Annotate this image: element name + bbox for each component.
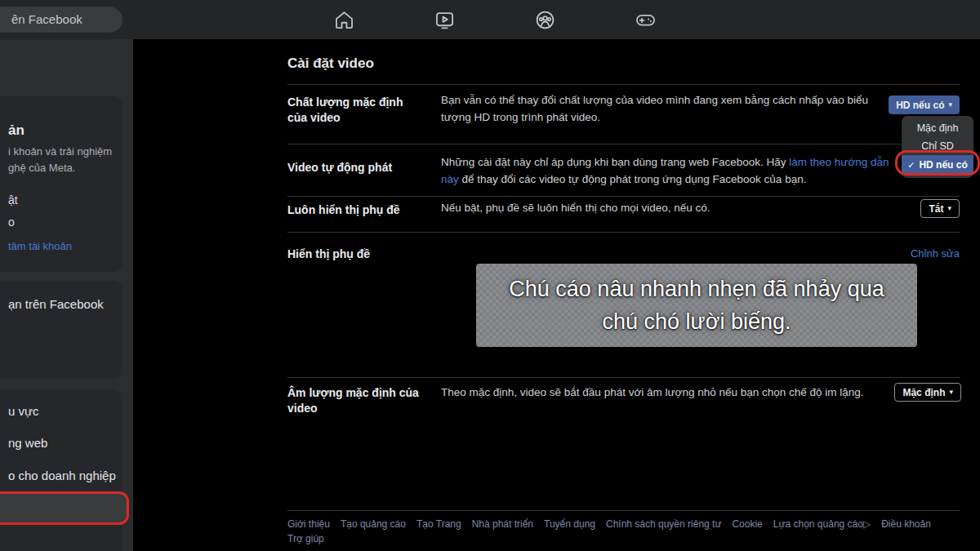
autoplay-description-suffix: để thay đổi các video tự động phát trong… — [459, 173, 807, 185]
footer-divider — [287, 510, 960, 511]
watch-icon[interactable] — [434, 9, 456, 31]
menu-option-hd-if-available[interactable]: ✓ HD nếu có — [902, 155, 973, 175]
menu-option-default[interactable]: Mặc định — [902, 119, 973, 137]
default-quality-dropdown-button[interactable]: HD nếu có ▾ — [889, 96, 960, 114]
footer-link-help[interactable]: Trợ giúp — [287, 533, 324, 544]
sidebar-item-password[interactable]: ật — [8, 193, 18, 207]
home-icon[interactable] — [333, 9, 355, 31]
top-nav-tabs — [0, 0, 980, 39]
default-volume-description: Theo mặc định, video sẽ bắt đầu phát với… — [441, 384, 906, 401]
sidebar-account-description-line1: i khoản và trải nghiệm — [8, 145, 112, 158]
caption-display-label: Hiển thị phụ đề — [287, 247, 370, 262]
caret-down-icon: ▾ — [948, 101, 952, 109]
caret-down-icon: ▾ — [949, 389, 953, 396]
groups-icon[interactable] — [534, 9, 556, 31]
footer-link-privacy[interactable]: Chính sách quyền riêng tư — [606, 518, 721, 530]
default-quality-description: Bạn vẫn có thể thay đổi chất lượng của v… — [441, 91, 893, 126]
always-show-captions-dropdown-button[interactable]: Tắt ▾ — [920, 199, 960, 218]
caret-down-icon: ▾ — [947, 205, 951, 212]
menu-option-hd-label: HD nếu có — [919, 159, 967, 171]
footer-links: Giới thiệu Tạo quảng cáo Tạo Trang Nhà p… — [287, 518, 978, 530]
footer-link-create-page[interactable]: Tạo Trang — [416, 518, 461, 530]
sidebar-account-card: ản i khoản và trải nghiệm ghệ của Meta. … — [0, 96, 122, 272]
sidebar-item-business-integrations[interactable]: o cho doanh nghiệp — [8, 469, 116, 482]
divider — [287, 196, 960, 197]
sidebar-settings-card: u vực ng web o cho doanh nghiệp — [0, 389, 122, 551]
default-volume-label: Âm lượng mặc định của video — [287, 385, 430, 416]
default-volume-value: Mặc định — [902, 387, 945, 398]
default-quality-dropdown-value: HD nếu có — [896, 100, 944, 111]
always-show-captions-label: Luôn hiển thị phụ đề — [287, 202, 400, 218]
autoplay-description-prefix: Những cài đặt này chỉ áp dụng khi bạn dù… — [441, 156, 789, 168]
footer-link-about[interactable]: Giới thiệu — [287, 518, 330, 530]
sidebar-item-personal-info[interactable]: o — [8, 216, 15, 229]
footer-link-cookies[interactable]: Cookie — [732, 518, 762, 530]
settings-sidebar: ản i khoản và trải nghiệm ghệ của Meta. … — [0, 39, 133, 551]
divider — [287, 144, 960, 144]
footer-links-row2: Trợ giúp — [287, 533, 978, 544]
footer-link-ad-choices[interactable]: Lựa chọn quảng cáo▷ — [773, 518, 871, 530]
sidebar-item-video-selected-annotation[interactable] — [0, 491, 129, 525]
gaming-icon[interactable] — [635, 9, 657, 31]
page-title: Cài đặt video — [287, 56, 374, 72]
top-navigation-bar: ên Facebook — [0, 0, 980, 39]
sidebar-item-language-region[interactable]: u vực — [8, 404, 39, 418]
video-settings-panel: Cài đặt video Chất lượng mặc định của vi… — [133, 39, 980, 551]
caption-preview-text: Chú cáo nâu nhanh nhẹn đã nhảy qua chú c… — [476, 273, 917, 338]
sidebar-middle-heading: ạn trên Facebook — [8, 297, 104, 311]
caption-edit-link[interactable]: Chỉnh sửa — [911, 247, 960, 260]
default-quality-label: Chất lượng mặc định của video — [287, 95, 422, 126]
adchoices-icon: ▷ — [863, 518, 871, 530]
sidebar-account-description-line2: ghệ của Meta. — [8, 162, 75, 174]
caption-preview-box: Chú cáo nâu nhanh nhẹn đã nhảy qua chú c… — [476, 264, 917, 347]
footer-link-ad-choices-text: Lựa chọn quảng cáo — [773, 518, 863, 530]
autoplay-description: Những cài đặt này chỉ áp dụng khi bạn dù… — [441, 153, 898, 188]
divider — [287, 377, 960, 378]
always-show-captions-description: Nếu bật, phụ đề sẽ luôn hiển thị cho mọi… — [441, 199, 898, 216]
sidebar-middle-card: ạn trên Facebook — [0, 281, 122, 379]
check-icon: ✓ — [907, 160, 915, 171]
footer-link-developers[interactable]: Nhà phát triển — [472, 518, 533, 530]
sidebar-item-website[interactable]: ng web — [8, 436, 47, 450]
autoplay-label: Video tự động phát — [287, 160, 392, 176]
default-volume-dropdown-button[interactable]: Mặc định ▾ — [894, 383, 961, 402]
footer-link-careers[interactable]: Tuyển dụng — [544, 518, 595, 530]
quality-dropdown-menu: Mặc định Chỉ SD ✓ HD nếu có — [902, 116, 973, 178]
always-show-captions-value: Tắt — [929, 203, 943, 215]
sidebar-account-heading: ản — [8, 122, 24, 139]
divider — [287, 84, 960, 85]
menu-option-sd-only[interactable]: Chỉ SD — [902, 137, 973, 155]
footer-link-terms[interactable]: Điều khoản — [881, 518, 931, 530]
footer-link-create-ad[interactable]: Tạo quảng cáo — [341, 518, 406, 530]
divider — [287, 232, 960, 233]
sidebar-account-center-link[interactable]: tâm tài khoản — [8, 240, 72, 252]
